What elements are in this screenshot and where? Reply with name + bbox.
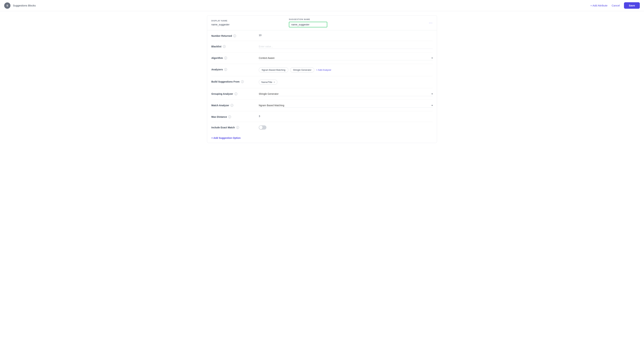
save-button[interactable]: Save	[624, 2, 640, 9]
max-distance-label: Max Distance i	[211, 115, 253, 118]
include-exact-match-row: Include Exact Match i	[211, 122, 433, 133]
build-suggestions-chip: Name/Title ×	[259, 80, 278, 85]
analyzers-value: Ngram Based Matching Shingle Generator +…	[259, 67, 433, 72]
build-suggestions-value: Name/Title ×	[259, 80, 433, 85]
blacklist-value	[259, 44, 433, 49]
algorithm-label: Algorithm i	[211, 56, 253, 59]
algorithm-value: Context Aware ▾	[259, 56, 433, 60]
grouping-analyzer-chevron-icon: ▾	[432, 93, 433, 95]
cancel-button[interactable]: Cancel	[612, 4, 620, 7]
more-options-button[interactable]: ···	[429, 21, 433, 25]
suggestion-name-column: SUGGESTION NAME	[289, 18, 433, 27]
display-name-column: DISPLAY NAME name_suggester	[211, 20, 283, 26]
build-suggestions-row: Build Suggestions From i Name/Title ×	[211, 76, 433, 88]
blacklist-row: Blacklist i	[211, 41, 433, 52]
include-exact-match-value	[259, 125, 433, 130]
display-name-value: name_suggester	[211, 23, 283, 26]
add-attribute-button[interactable]: + Add Attribute	[590, 4, 608, 7]
algorithm-dropdown[interactable]: Context Aware ▾	[259, 56, 433, 60]
max-distance-row: Max Distance i 3	[211, 111, 433, 122]
analyzers-info-icon: i	[224, 68, 227, 71]
grouping-analyzer-value: Shingle Generator ▾	[259, 92, 433, 96]
suggestion-name-input[interactable]	[289, 22, 327, 27]
grouping-analyzer-label: Grouping Analyzer i	[211, 92, 253, 95]
match-analyzer-value: Ngram Based Matching ▾	[259, 103, 433, 108]
grouping-analyzer-dropdown[interactable]: Shingle Generator ▾	[259, 92, 433, 96]
analyzers-tags: Ngram Based Matching Shingle Generator +…	[259, 67, 331, 72]
max-distance-value: 3	[259, 115, 433, 118]
algorithm-row: Algorithm i Context Aware ▾	[211, 52, 433, 64]
header: S Suggestions Blocks + Add Attribute Can…	[0, 0, 644, 11]
form-body: Number Returned i 10 Blacklist i	[207, 30, 437, 133]
add-analyzer-button[interactable]: + Add Analyzer	[316, 69, 331, 71]
build-suggestions-info-icon: i	[241, 80, 244, 83]
analyzer-tag-ngram: Ngram Based Matching	[259, 67, 288, 72]
blacklist-info-icon: i	[223, 45, 226, 48]
number-returned-row: Number Returned i 10	[211, 30, 433, 41]
grouping-analyzer-info-icon: i	[234, 92, 237, 95]
blacklist-input[interactable]	[259, 44, 433, 49]
build-suggestions-label: Build Suggestions From i	[211, 80, 253, 83]
remove-chip-button[interactable]: ×	[274, 81, 275, 83]
max-distance-info-icon: i	[228, 115, 231, 118]
number-returned-value: 10	[259, 34, 433, 36]
include-exact-match-label: Include Exact Match i	[211, 125, 253, 129]
match-analyzer-dropdown[interactable]: Ngram Based Matching ▾	[259, 103, 433, 108]
algorithm-chevron-icon: ▾	[432, 57, 433, 59]
match-analyzer-info-icon: i	[230, 104, 233, 107]
number-returned-info-icon: i	[233, 34, 236, 37]
analyzers-label: Analyzers i	[211, 67, 253, 71]
match-analyzer-chevron-icon: ▾	[432, 104, 433, 107]
match-analyzer-label: Match Analyzer i	[211, 103, 253, 107]
main-content: DISPLAY NAME name_suggester SUGGESTION N…	[200, 15, 444, 143]
analyzers-row: Analyzers i Ngram Based Matching Shingle…	[211, 64, 433, 76]
display-name-label: DISPLAY NAME	[211, 20, 283, 22]
match-analyzer-row: Match Analyzer i Ngram Based Matching ▾	[211, 100, 433, 111]
blacklist-label: Blacklist i	[211, 44, 253, 48]
avatar: S	[4, 2, 10, 9]
toggle-knob	[259, 126, 262, 129]
suggestion-name-label: SUGGESTION NAME	[289, 18, 433, 20]
algorithm-info-icon: i	[224, 57, 227, 59]
grouping-analyzer-row: Grouping Analyzer i Shingle Generator ▾	[211, 88, 433, 100]
page-title: Suggestions Blocks	[13, 4, 36, 7]
header-actions: + Add Attribute Cancel Save	[590, 2, 640, 9]
number-returned-label: Number Returned i	[211, 34, 253, 37]
analyzer-tag-shingle: Shingle Generator	[290, 67, 314, 72]
include-exact-match-toggle[interactable]	[259, 125, 266, 130]
add-suggestion-option-button[interactable]: + Add Suggestion Option	[207, 133, 245, 143]
form-card: DISPLAY NAME name_suggester SUGGESTION N…	[207, 15, 437, 143]
name-row: DISPLAY NAME name_suggester SUGGESTION N…	[207, 15, 437, 30]
include-exact-match-info-icon: i	[236, 126, 239, 129]
